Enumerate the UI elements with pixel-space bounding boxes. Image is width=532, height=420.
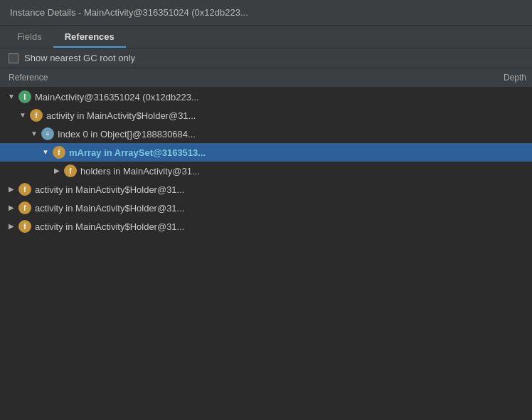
gc-root-label: Show nearest GC root only — [24, 53, 135, 63]
table-row[interactable]: f activity in MainActivity$Holder@31... — [0, 217, 532, 236]
table-row[interactable]: f holders in MainActivity@31... — [0, 162, 532, 180]
title-bar: Instance Details - MainActivity@31635102… — [0, 0, 532, 26]
tree-container[interactable]: I MainActivity@316351024 (0x12db223... f… — [0, 88, 532, 420]
col-header-depth: Depth — [489, 71, 532, 84]
table-row[interactable]: f activity in MainActivity$Holder@31... — [0, 199, 532, 217]
row-label: activity in MainActivity$Holder@31... — [35, 203, 184, 214]
chevron-icon — [6, 184, 17, 195]
row-label: MainActivity@316351024 (0x12db223... — [35, 92, 199, 103]
type-icon: I — [18, 90, 31, 103]
col-header-reference: Reference — [0, 71, 489, 84]
chevron-icon — [28, 128, 40, 140]
table-header: Reference Depth — [0, 68, 532, 88]
table-row[interactable]: f mArray in ArraySet@3163513... — [0, 143, 532, 162]
row-label: activity in MainActivity$Holder@31... — [35, 184, 184, 195]
type-icon: f — [18, 183, 31, 196]
chevron-icon — [40, 147, 51, 158]
type-icon: ≡ — [41, 127, 54, 140]
row-label: mArray in ArraySet@3163513... — [69, 147, 206, 158]
row-label: holders in MainActivity@31... — [80, 166, 200, 177]
type-icon: f — [64, 164, 77, 177]
type-icon: f — [30, 109, 43, 122]
instance-details-window: Instance Details - MainActivity@31635102… — [0, 0, 532, 420]
table-row[interactable]: ≡ Index 0 in Object[]@188830684... — [0, 125, 532, 143]
table-row[interactable]: I MainActivity@316351024 (0x12db223... — [0, 88, 532, 106]
chevron-icon — [6, 221, 17, 232]
table-row[interactable]: f activity in MainActivity$Holder@31... — [0, 180, 532, 199]
chevron-icon — [6, 91, 17, 103]
title-text: Instance Details - MainActivity@31635102… — [10, 7, 248, 18]
type-icon: f — [18, 201, 31, 214]
table-row[interactable]: f activity in MainActivity$Holder@31... — [0, 106, 532, 125]
gc-root-checkbox[interactable] — [9, 53, 18, 63]
row-label: activity in MainActivity$Holder@31... — [46, 110, 196, 121]
tab-references[interactable]: References — [53, 26, 126, 48]
type-icon: f — [53, 146, 65, 159]
tabs-bar: Fields References — [0, 26, 532, 48]
chevron-icon — [17, 110, 28, 121]
chevron-icon — [6, 202, 17, 214]
tab-fields[interactable]: Fields — [6, 26, 53, 48]
row-label: activity in MainActivity$Holder@31... — [35, 221, 184, 232]
row-label: Index 0 in Object[]@188830684... — [58, 129, 196, 140]
type-icon: f — [18, 220, 31, 233]
chevron-icon — [51, 165, 63, 177]
gc-root-toolbar: Show nearest GC root only — [0, 48, 532, 68]
